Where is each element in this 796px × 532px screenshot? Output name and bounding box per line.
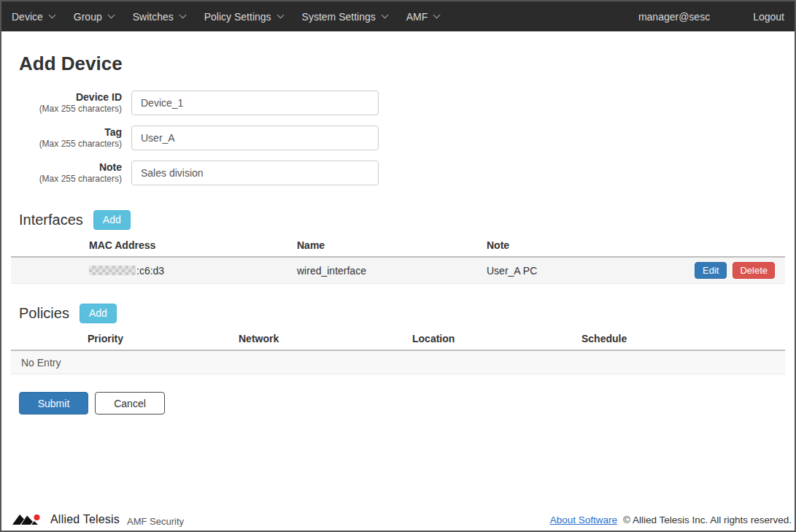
interface-note-cell: User_A PC xyxy=(487,265,695,277)
form-row-note: Note (Max 255 characters) xyxy=(19,161,785,185)
col-schedule: Schedule xyxy=(581,333,785,344)
col-name: Name xyxy=(297,239,487,251)
no-entry-text: No Entry xyxy=(21,357,61,369)
footer-brand-group: Allied Telesis AMF Security xyxy=(12,513,184,526)
edit-button[interactable]: Edit xyxy=(695,262,727,279)
note-hint: (Max 255 characters) xyxy=(19,174,122,185)
allied-telesis-logo-icon xyxy=(12,514,45,526)
tag-label: Tag xyxy=(19,126,122,139)
nav-item-label: Policy Settings xyxy=(204,11,271,23)
interface-row: :c6:d3 wired_interface User_A PC Edit De… xyxy=(11,258,785,284)
chevron-down-icon xyxy=(277,12,284,19)
note-label: Note xyxy=(19,161,122,174)
chevron-down-icon xyxy=(433,12,441,19)
nav-item-label: Switches xyxy=(133,11,174,23)
col-location: Location xyxy=(412,333,581,344)
nav-item-switches[interactable]: Switches xyxy=(123,1,195,31)
about-software-link[interactable]: About Software xyxy=(550,514,617,525)
policies-table: Priority Network Location Schedule No En… xyxy=(11,333,785,374)
policies-empty-row: No Entry xyxy=(11,351,785,374)
nav-item-system-settings[interactable]: System Settings xyxy=(293,1,397,31)
field-label-group: Tag (Max 255 characters) xyxy=(19,126,122,150)
col-mac-address: MAC Address xyxy=(89,239,297,251)
field-label-group: Note (Max 255 characters) xyxy=(19,161,122,185)
policies-section-header: Policies Add xyxy=(19,304,785,323)
note-input[interactable] xyxy=(131,161,379,185)
form-row-device-id: Device ID (Max 255 characters) xyxy=(19,90,785,115)
policies-title: Policies xyxy=(19,305,69,322)
col-note: Note xyxy=(487,239,785,251)
interfaces-title: Interfaces xyxy=(19,212,83,228)
interface-row-actions: Edit Delete xyxy=(695,262,785,279)
app-name: AMF Security xyxy=(127,516,184,527)
form-actions: Submit Cancel xyxy=(19,392,785,415)
col-priority: Priority xyxy=(88,333,239,344)
chevron-down-icon xyxy=(179,12,186,19)
mac-redacted-block xyxy=(89,266,136,275)
main-content: Add Device Device ID (Max 255 characters… xyxy=(1,31,795,513)
device-id-label: Device ID xyxy=(19,91,122,104)
interfaces-table-header: MAC Address Name Note xyxy=(11,239,785,258)
nav-item-policy-settings[interactable]: Policy Settings xyxy=(195,1,293,31)
submit-button[interactable]: Submit xyxy=(19,392,88,415)
cancel-button[interactable]: Cancel xyxy=(95,392,165,415)
chevron-down-icon xyxy=(48,12,55,19)
tag-input[interactable] xyxy=(131,126,379,150)
top-navbar: Device Group Switches Policy Settings Sy… xyxy=(1,1,795,31)
nav-item-device[interactable]: Device xyxy=(2,1,64,31)
page-footer: Allied Telesis AMF Security About Softwa… xyxy=(1,513,795,531)
page-title: Add Device xyxy=(19,53,785,75)
nav-item-amf[interactable]: AMF xyxy=(397,1,449,31)
nav-item-label: Device xyxy=(12,11,43,23)
brand-name: Allied Telesis xyxy=(50,513,120,526)
chevron-down-icon xyxy=(381,12,388,19)
nav-item-label: Group xyxy=(74,11,102,23)
interface-name-cell: wired_interface xyxy=(297,265,487,277)
interfaces-add-button[interactable]: Add xyxy=(93,210,131,230)
policies-table-header: Priority Network Location Schedule xyxy=(11,333,785,351)
footer-legal-group: About Software © Allied Telesis Inc. All… xyxy=(550,514,792,525)
app-window: Device Group Switches Policy Settings Sy… xyxy=(0,0,796,532)
field-label-group: Device ID (Max 255 characters) xyxy=(19,90,122,115)
col-network: Network xyxy=(239,333,412,344)
add-device-form: Device ID (Max 255 characters) Tag (Max … xyxy=(19,90,785,185)
policies-add-button[interactable]: Add xyxy=(80,304,117,323)
delete-button[interactable]: Delete xyxy=(733,262,775,279)
logout-button[interactable]: Logout xyxy=(743,1,795,31)
chevron-down-icon xyxy=(107,12,115,19)
nav-item-label: AMF xyxy=(406,11,428,23)
tag-hint: (Max 255 characters) xyxy=(19,139,122,150)
mac-address-cell: :c6:d3 xyxy=(89,265,297,277)
nav-item-group[interactable]: Group xyxy=(64,1,123,31)
mac-visible-suffix: :c6:d3 xyxy=(136,265,164,277)
logged-in-user: manager@sesc xyxy=(629,11,719,23)
form-row-tag: Tag (Max 255 characters) xyxy=(19,126,785,150)
interfaces-table: MAC Address Name Note :c6:d3 wired_inter… xyxy=(11,239,785,284)
device-id-hint: (Max 255 characters) xyxy=(19,104,122,115)
copyright-text: © Allied Telesis Inc. All rights reserve… xyxy=(623,514,792,525)
nav-item-label: System Settings xyxy=(302,11,376,23)
device-id-input[interactable] xyxy=(131,90,379,115)
interfaces-section-header: Interfaces Add xyxy=(19,210,785,230)
